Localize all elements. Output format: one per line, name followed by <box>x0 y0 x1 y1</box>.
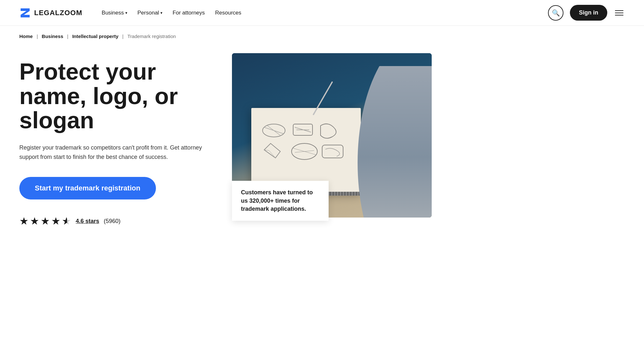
rating-link[interactable]: 4.6 stars <box>76 218 99 225</box>
star-rating: ★ ★ ★ ★ ★ ★ <box>19 215 71 227</box>
hero-title: Protect your name, logo, or slogan <box>19 60 206 133</box>
svg-rect-4 <box>322 145 343 158</box>
nav-personal[interactable]: Personal ▾ <box>138 10 162 16</box>
breadcrumb: Home | Business | Intellectual property … <box>0 26 644 47</box>
nav-links: Business ▾ Personal ▾ For attorneys Reso… <box>102 10 535 16</box>
star-3: ★ <box>41 215 50 227</box>
hamburger-icon <box>615 10 623 11</box>
breadcrumb-home[interactable]: Home <box>19 34 33 39</box>
menu-button[interactable] <box>614 9 625 17</box>
breadcrumb-ip[interactable]: Intellectual property <box>72 34 118 39</box>
star-2: ★ <box>30 215 39 227</box>
customer-badge-text: Customers have turned to us 320,000+ tim… <box>241 189 320 213</box>
hero-left: Protect your name, logo, or slogan Regis… <box>19 53 206 227</box>
star-4: ★ <box>51 215 61 227</box>
nav-business[interactable]: Business ▾ <box>102 10 127 16</box>
breadcrumb-business[interactable]: Business <box>42 34 63 39</box>
nav-resources[interactable]: Resources <box>215 10 241 16</box>
signin-button[interactable]: Sign in <box>570 5 607 21</box>
breadcrumb-current: Trademark registration <box>127 34 176 39</box>
logo-text: LEGALZOOM <box>34 9 82 17</box>
chevron-down-icon: ▾ <box>125 11 127 15</box>
hamburger-icon <box>615 15 623 15</box>
rating-count: (5960) <box>104 218 120 225</box>
main-content: Protect your name, logo, or slogan Regis… <box>0 47 451 247</box>
breadcrumb-separator: | <box>122 34 124 39</box>
nav-for-attorneys[interactable]: For attorneys <box>173 10 205 16</box>
star-1: ★ <box>19 215 29 227</box>
rating-area: ★ ★ ★ ★ ★ ★ 4.6 stars (5960) <box>19 215 206 227</box>
breadcrumb-separator: | <box>67 34 68 39</box>
hero-right: Customers have turned to us 320,000+ tim… <box>232 53 432 218</box>
svg-marker-0 <box>21 8 30 17</box>
hero-description: Register your trademark so competitors c… <box>19 143 206 162</box>
search-button[interactable]: 🔍 <box>548 5 563 21</box>
logo-link[interactable]: LEGALZOOM <box>19 7 82 19</box>
nav-actions: 🔍 Sign in <box>548 5 625 21</box>
chevron-down-icon: ▾ <box>160 11 162 15</box>
customer-badge: Customers have turned to us 320,000+ tim… <box>232 181 329 221</box>
cta-button[interactable]: Start my trademark registration <box>19 177 156 199</box>
hamburger-icon <box>615 13 623 13</box>
star-5-half: ★ ★ <box>62 215 71 227</box>
logo-icon <box>19 7 31 19</box>
main-nav: LEGALZOOM Business ▾ Personal ▾ For atto… <box>0 0 644 26</box>
sketch-drawing <box>258 114 354 185</box>
search-icon: 🔍 <box>552 9 560 17</box>
breadcrumb-separator: | <box>37 34 38 39</box>
